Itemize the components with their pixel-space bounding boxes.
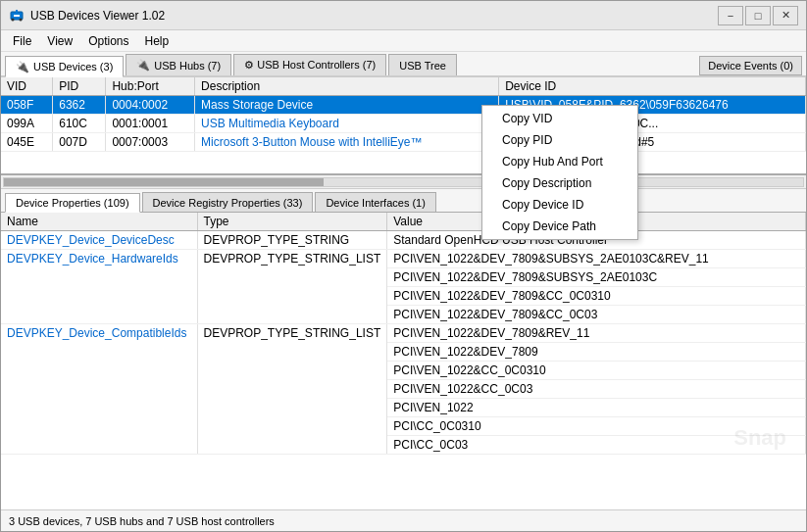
minimize-button[interactable]: − (718, 6, 743, 25)
props-row: DEVPKEY_Device_DeviceDescDEVPROP_TYPE_ST… (1, 231, 806, 250)
col-header-vid: VID (1, 77, 53, 96)
device-table: VID PID Hub:Port Description Device ID 0… (1, 77, 806, 152)
close-button[interactable]: ✕ (773, 6, 798, 25)
h-scroll-track[interactable] (3, 177, 804, 187)
context-menu-item-0[interactable]: Copy VID (482, 108, 637, 129)
menu-options[interactable]: Options (80, 30, 136, 51)
main-content: VID PID Hub:Port Description Device ID 0… (1, 77, 806, 531)
props-tab-1[interactable]: Device Registry Properties (33) (142, 192, 314, 212)
menu-view[interactable]: View (39, 30, 80, 51)
svg-rect-1 (14, 15, 20, 17)
props-table-wrapper[interactable]: Name Type Value DEVPKEY_Device_DeviceDes… (1, 213, 806, 509)
tab-usb-hubs-label: USB Hubs (7) (154, 60, 221, 72)
context-menu-item-3[interactable]: Copy Description (482, 172, 637, 194)
tab-usb-devices-label: USB Devices (3) (33, 61, 113, 73)
svg-point-3 (12, 18, 15, 21)
window-controls: − □ ✕ (718, 6, 798, 25)
context-menu-item-1[interactable]: Copy PID (482, 129, 637, 151)
props-row: DEVPKEY_Device_HardwareIdsDEVPROP_TYPE_S… (1, 250, 806, 268)
col-header-device-id: Device ID (499, 77, 806, 96)
col-header-pid: PID (53, 77, 106, 96)
usb-devices-icon: 🔌 (16, 61, 29, 73)
tab-usb-host-controllers-label: ⚙ USB Host Controllers (7) (244, 59, 376, 72)
props-col-name: Name (1, 213, 197, 231)
svg-point-4 (20, 18, 23, 21)
device-list[interactable]: VID PID Hub:Port Description Device ID 0… (1, 77, 806, 175)
col-header-description: Description (195, 77, 499, 96)
svg-rect-2 (16, 10, 18, 13)
tab-usb-tree-label: USB Tree (399, 60, 446, 72)
props-row: DEVPKEY_Device_CompatibleIdsDEVPROP_TYPE… (1, 324, 806, 343)
props-tab-bar: Device Properties (109)Device Registry P… (1, 189, 806, 213)
h-scroll-thumb[interactable] (4, 178, 324, 186)
device-events-button[interactable]: Device Events (0) (699, 56, 802, 75)
device-row[interactable]: 099A610C0001:0001USB Multimedia Keyboard… (1, 115, 806, 133)
device-row[interactable]: 058F63620004:0002Mass Storage DeviceUSB\… (1, 96, 806, 115)
maximize-button[interactable]: □ (745, 6, 771, 25)
tab-usb-tree[interactable]: USB Tree (388, 54, 457, 75)
col-header-hub-port: Hub:Port (106, 77, 195, 96)
menu-help[interactable]: Help (137, 30, 177, 51)
main-window: USB Devices Viewer 1.02 − □ ✕ File View … (0, 0, 807, 532)
context-menu-item-4[interactable]: Copy Device ID (482, 194, 637, 216)
tab-usb-hubs[interactable]: 🔌 USB Hubs (7) (126, 54, 231, 75)
props-col-type: Type (197, 213, 387, 231)
tab-usb-host-controllers[interactable]: ⚙ USB Host Controllers (7) (233, 54, 386, 75)
tab-usb-devices[interactable]: 🔌 USB Devices (3) (5, 56, 124, 77)
h-scrollbar[interactable] (1, 175, 806, 189)
title-bar: USB Devices Viewer 1.02 − □ ✕ (1, 1, 806, 30)
app-icon (9, 8, 25, 24)
usb-hubs-icon: 🔌 (136, 59, 150, 72)
context-menu-item-5[interactable]: Copy Device Path (482, 216, 637, 237)
context-menu-item-2[interactable]: Copy Hub And Port (482, 151, 637, 172)
context-menu: Copy VIDCopy PIDCopy Hub And PortCopy De… (481, 105, 638, 240)
menu-file[interactable]: File (5, 30, 39, 51)
main-tab-bar: 🔌 USB Devices (3) 🔌 USB Hubs (7) ⚙ USB H… (1, 52, 806, 77)
props-tab-0[interactable]: Device Properties (109) (5, 193, 140, 213)
status-text: 3 USB devices, 7 USB hubs and 7 USB host… (9, 515, 275, 527)
window-title: USB Devices Viewer 1.02 (30, 9, 718, 23)
status-bar: 3 USB devices, 7 USB hubs and 7 USB host… (1, 509, 806, 531)
menu-bar: File View Options Help (1, 30, 806, 52)
device-row[interactable]: 045E007D0007:0003Microsoft 3-Button Mous… (1, 133, 806, 152)
props-table: Name Type Value DEVPKEY_Device_DeviceDes… (1, 213, 806, 455)
props-tab-2[interactable]: Device Interfaces (1) (315, 192, 435, 212)
